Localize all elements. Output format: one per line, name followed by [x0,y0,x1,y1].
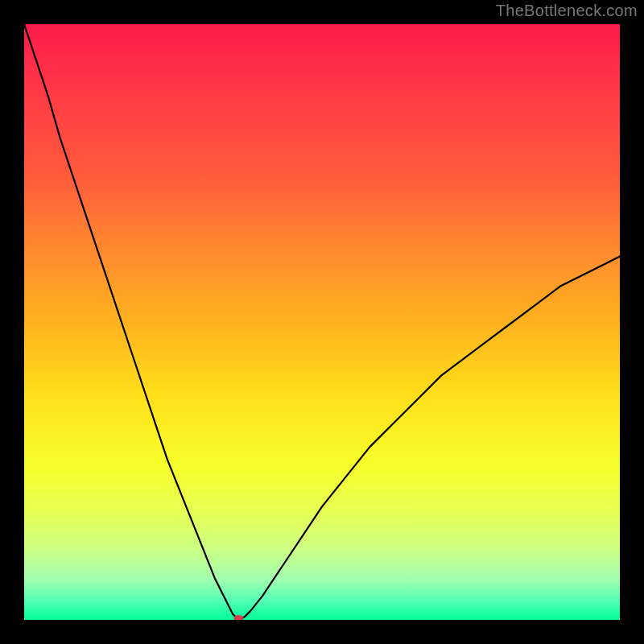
plot-area [24,24,620,620]
gradient-background [24,24,620,620]
chart-frame: TheBottleneck.com [0,0,644,644]
watermark-text: TheBottleneck.com [496,2,638,20]
bottleneck-chart [24,24,620,620]
